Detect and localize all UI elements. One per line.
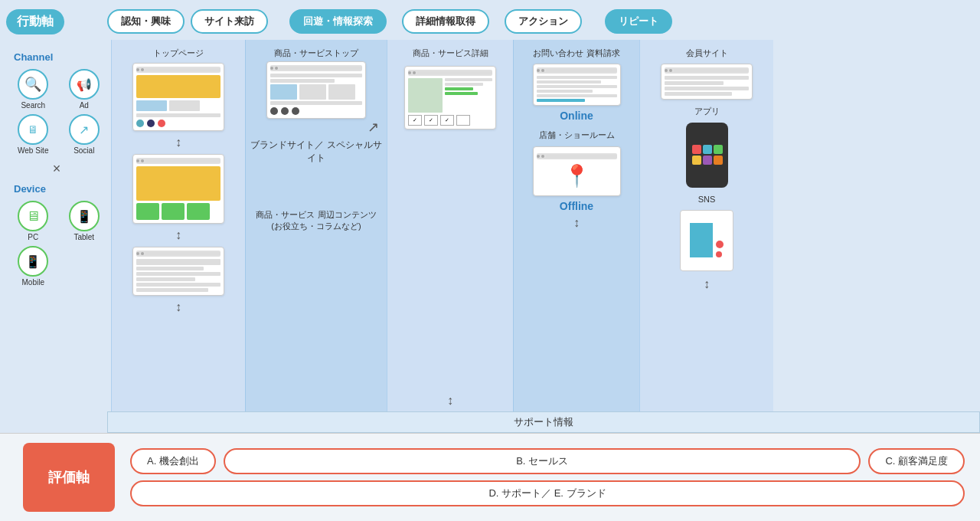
repeat-vert-arrow: ↕ — [704, 277, 710, 291]
inquiry-browser — [533, 64, 621, 106]
surrounding-label: 商品・サービス 周辺コンテンツ (お役立ち・コラムなど) — [250, 209, 383, 233]
product-top-title: 商品・サービストップ — [274, 48, 358, 58]
column-headers: 認知・興味 サイト来訪 回遊・情報探索 詳細情報取得 アクション リピート — [107, 6, 980, 37]
brand-site-label: ブランドサイト／ スペシャルサイト — [250, 139, 383, 165]
support-bar: サポート情報 — [107, 411, 980, 433]
share-icon: ↗ — [69, 114, 100, 145]
col-header-browse: 回遊・情報探索 — [289, 9, 387, 34]
col-header-detail: 詳細情報取得 — [402, 9, 489, 34]
diagonal-arrow: ↗ — [368, 119, 379, 136]
pc-icon: 🖥 — [18, 201, 48, 231]
search-icon: 🔍 — [18, 69, 48, 100]
detail-vert-arrow: ↕ — [447, 394, 453, 408]
brand-site-section — [116, 154, 241, 224]
offline-label: Offline — [560, 200, 593, 212]
main-container: 行動軸 認知・興味 サイト来訪 回遊・情報探索 詳細情報取得 アクション — [0, 0, 980, 521]
col-header-visit: サイト来訪 — [191, 9, 268, 34]
online-label: Online — [560, 110, 593, 122]
left-panel: Channel 🔍 Search 📢 Ad 🖥 — [0, 40, 111, 411]
col-visit: トップページ — [111, 40, 245, 411]
icon-website: 🖥 Web Site — [10, 114, 57, 155]
web-icon: 🖥 — [18, 114, 48, 145]
icon-pc: 🖥 PC — [10, 201, 57, 241]
product-top-section: 商品・サービストップ — [250, 48, 383, 136]
member-title: 会員サイト — [686, 48, 728, 58]
channel-label: Channel — [14, 51, 107, 63]
brand-site-browser — [132, 154, 224, 224]
tablet-icon: 📱 — [69, 201, 100, 231]
col-repeat: 会員サイト アプリ — [639, 40, 773, 411]
top-page-section: トップページ — [116, 48, 241, 131]
cross-symbol: × — [53, 161, 61, 177]
inquiry-section: お問い合わせ 資料請求 — [518, 48, 635, 106]
top-page-title: トップページ — [153, 48, 204, 58]
device-label: Device — [14, 183, 107, 195]
member-browser — [661, 64, 753, 100]
kodo-jiku-label: 行動軸 — [6, 9, 64, 34]
eval-a: A. 機会創出 — [130, 448, 216, 474]
eval-c: C. 顧客満足度 — [868, 448, 965, 474]
product-detail-title: 商品・サービス詳細 — [413, 48, 488, 58]
product-detail-browser: ✓ ✓ ✓ — [404, 66, 496, 129]
channel-icons: 🔍 Search 📢 Ad 🖥 Web Site ↗ — [6, 69, 107, 155]
col-action: お問い合わせ 資料請求 — [513, 40, 639, 411]
visit-updown-arrow: ↕ — [175, 136, 181, 149]
store-title: 店舗・ショールーム — [539, 129, 615, 140]
member-section: 会員サイト — [661, 48, 753, 100]
content-area: Channel 🔍 Search 📢 Ad 🖥 — [0, 40, 980, 411]
col-header-awareness: 認知・興味 — [107, 9, 185, 34]
app-title: アプリ — [694, 106, 720, 116]
location-pin: 📍 — [564, 163, 590, 188]
visit-updown-arrow2: ↕ — [175, 228, 181, 242]
surrounding-browser — [132, 247, 224, 296]
eval-d: D. サポート／ E. ブランド — [130, 480, 965, 506]
evaluation-row-2: D. サポート／ E. ブランド — [130, 480, 965, 506]
top-page-browser — [132, 63, 224, 131]
action-vert-arrow: ↕ — [573, 216, 580, 230]
ad-icon: 📢 — [69, 69, 100, 100]
top-section: 行動軸 認知・興味 サイト来訪 回遊・情報探索 詳細情報取得 アクション — [0, 0, 980, 433]
inquiry-title: お問い合わせ 資料請求 — [533, 48, 619, 58]
store-browser: 📍 — [533, 146, 621, 196]
bottom-section: 評価軸 A. 機会創出 B. セールス C. 顧客満足度 D. サポート／ E.… — [0, 433, 980, 521]
app-section: アプリ — [686, 106, 728, 187]
sns-section: SNS — [680, 194, 733, 271]
device-icons: 🖥 PC 📱 Tablet 📱 Mobile — [6, 201, 107, 287]
evaluation-row-1: A. 機会創出 B. セールス C. 顧客満足度 — [130, 448, 965, 474]
app-mock — [686, 123, 728, 188]
icon-mobile: 📱 Mobile — [10, 246, 57, 287]
icon-tablet: 📱 Tablet — [61, 201, 108, 241]
hyoka-jiku-label: 評価軸 — [23, 443, 115, 512]
col-detail: 商品・サービス詳細 — [387, 40, 513, 411]
sns-mock — [680, 210, 733, 271]
surrounding-section — [116, 247, 241, 296]
visit-updown-arrow3: ↕ — [175, 300, 181, 314]
col-header-action: アクション — [505, 9, 582, 34]
icon-social: ↗ Social — [61, 114, 108, 155]
eval-b: B. セールス — [224, 448, 861, 474]
col-browse: 商品・サービストップ — [245, 40, 387, 411]
mobile-icon: 📱 — [18, 246, 48, 277]
sns-title: SNS — [698, 194, 716, 205]
icon-search: 🔍 Search — [10, 69, 57, 110]
icon-ad: 📢 Ad — [61, 69, 108, 110]
col-header-repeat: リピート — [605, 9, 672, 34]
product-top-browser — [266, 61, 366, 119]
bottom-right: A. 機会創出 B. セールス C. 顧客満足度 D. サポート／ E. ブラン… — [130, 448, 980, 506]
store-section: 店舗・ショールーム 📍 — [518, 129, 635, 195]
